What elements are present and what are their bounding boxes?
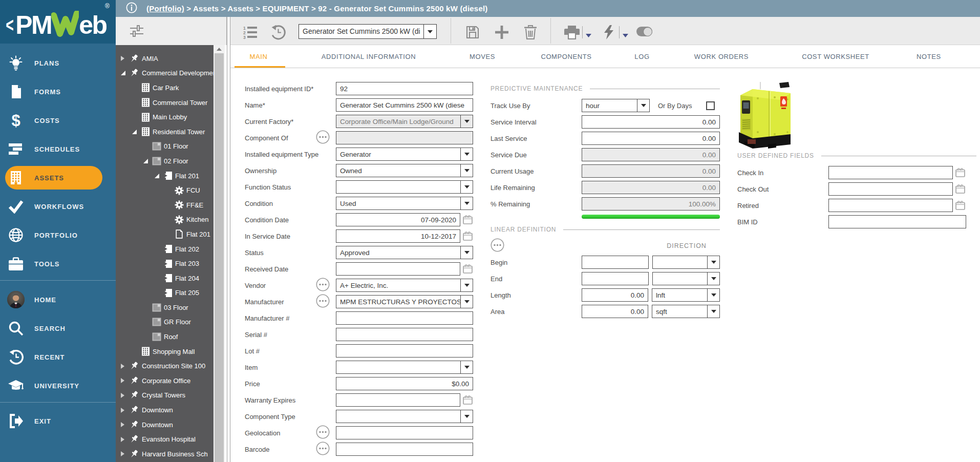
tree-caret-expanded-icon[interactable] [155,173,160,178]
sidebar-item-assets[interactable]: ASSETS [0,163,116,192]
breadcrumb-portfolio-link[interactable]: (Portfolio) [146,4,184,13]
tree-node-01-floor[interactable]: 01 Floor [116,139,214,154]
tab-moves[interactable]: MOVES [470,45,495,68]
tree-scrollbar[interactable] [214,45,225,462]
received-date-input[interactable] [336,262,460,276]
sidebar-item-costs[interactable]: $COSTS [0,106,116,135]
track-use-by-select[interactable]: hour [582,99,650,112]
print-menu-caret-icon[interactable] [586,30,591,39]
installed-equipment-type-select[interactable]: Generator [336,148,473,161]
component-of-input[interactable] [336,131,473,144]
tree-node-downtown[interactable]: Downtown [116,403,214,417]
ellipsis-lookup-icon[interactable] [491,238,504,254]
dropdown-arrow-icon[interactable] [460,181,473,193]
dropdown-arrow-icon[interactable] [460,361,473,373]
tree-node-gr-floor[interactable]: GR Floor [116,315,214,330]
area-unit-select[interactable]: sqft [652,305,720,318]
price-input[interactable]: $0.00 [336,377,473,390]
status-select[interactable]: Approved [336,246,473,259]
tree-node-crystal-towers[interactable]: Crystal Towers [116,388,214,403]
lot--input[interactable] [336,344,473,358]
length-value-input[interactable]: 0.00 [582,288,648,302]
tree-node-02-floor[interactable]: 02 Floor [116,154,214,169]
sidebar-item-schedules[interactable]: SCHEDULES [0,135,116,163]
sidebar-item-forms[interactable]: FORMS [0,77,116,106]
life-remaining-input[interactable]: 0.00 [582,181,720,194]
tab-additional-information[interactable]: ADDITIONAL INFORMATION [322,45,416,68]
lightning-menu-caret-icon[interactable] [623,30,628,39]
history-icon[interactable] [270,24,286,40]
info-icon[interactable] [126,2,137,15]
item-select[interactable] [336,361,473,374]
function-status-select[interactable] [336,180,473,194]
begin-direction-select[interactable] [652,256,720,269]
tab-components[interactable]: COMPONENTS [541,45,591,68]
tree-node-flat-205[interactable]: Flat 205 [116,286,214,301]
service-interval-input[interactable]: 0.00 [582,115,720,129]
tree-node-amia[interactable]: AMIA [116,51,214,66]
check-in-input[interactable] [828,166,953,179]
manufacturer-select[interactable]: MPM ESTRUCTURAS Y PROYECTOS [336,295,473,308]
sidebar-item-recent[interactable]: RECENT [0,343,116,371]
save-icon[interactable] [464,24,481,40]
dropdown-arrow-icon[interactable] [460,410,473,423]
tree-node-flat-202[interactable]: Flat 202 [116,242,214,257]
ownership-select[interactable]: Owned [336,164,473,177]
scrollbar-thumb[interactable] [215,53,224,462]
tree-caret-collapsed-icon[interactable] [121,437,126,442]
installed-equipment-id--input[interactable]: 92 [336,82,473,95]
print-icon[interactable] [564,24,580,40]
tree-caret-expanded-icon[interactable] [132,129,137,134]
warranty-expires-input[interactable] [336,393,460,407]
tree-node-commercial-tower[interactable]: Commercial Tower [116,95,214,110]
tree-caret-collapsed-icon[interactable] [121,393,126,398]
dropdown-arrow-icon[interactable] [460,279,473,291]
calendar-icon[interactable] [463,264,473,274]
sidebar-item-plans[interactable]: PLANS [0,49,116,77]
calendar-icon[interactable] [955,184,965,194]
begin-input[interactable] [582,256,649,269]
tree-caret-expanded-icon[interactable] [143,158,148,163]
dropdown-arrow-icon[interactable] [637,99,649,112]
ellipsis-lookup-icon[interactable] [316,278,330,293]
condition-select[interactable]: Used [336,197,473,210]
check-out-input[interactable] [828,182,953,196]
current-factory--select[interactable]: Corporate Office/Main Lodge/Ground [336,115,473,128]
tree-node-evanston-hospital[interactable]: Evanston Hospital [116,432,214,447]
tree-node-corporate-office[interactable]: Corporate Office [116,373,214,388]
record-selector[interactable]: Generator Set Cummins 2500 kW (di [299,24,437,39]
delete-icon[interactable] [522,24,539,40]
tree-node-flat-204[interactable]: Flat 204 [116,271,214,286]
tab-notes[interactable]: NOTES [917,45,941,68]
tab-main[interactable]: MAIN [250,45,268,68]
tree-caret-collapsed-icon[interactable] [121,378,126,383]
dropdown-arrow-icon[interactable] [460,164,473,177]
equipment-photo[interactable] [737,81,795,149]
dropdown-arrow-icon[interactable] [707,289,719,301]
tab-work-orders[interactable]: WORK ORDERS [694,45,749,68]
toggle-switch[interactable] [636,27,652,36]
calendar-icon[interactable] [955,201,965,210]
last-service-input[interactable]: 0.00 [582,132,720,145]
manufacturer--input[interactable] [336,311,473,325]
sidebar-item-home[interactable]: HOME [0,285,116,314]
dropdown-arrow-icon[interactable] [460,296,473,308]
length-unit-select[interactable]: lnft [652,288,720,302]
ellipsis-lookup-icon[interactable] [316,130,330,145]
tree-node-03-floor[interactable]: 03 Floor [116,300,214,315]
sidebar-item-tools[interactable]: TOOLS [0,249,116,278]
panel-splitter[interactable] [227,17,230,462]
tree-node-residential-tower[interactable]: Residential Tower [116,124,214,139]
dropdown-arrow-icon[interactable] [707,272,719,285]
tree-caret-collapsed-icon[interactable] [121,408,126,413]
tree-caret-collapsed-icon[interactable] [121,451,126,456]
tab-log[interactable]: LOG [634,45,649,68]
calendar-icon[interactable] [463,215,473,224]
tree-node-main-lobby[interactable]: Main Lobby [116,110,214,124]
tree-node-flat-201[interactable]: Flat 201 [116,169,214,183]
vendor-select[interactable]: A+ Electric, Inc. [336,279,473,292]
in-service-date-input[interactable]: 10-12-2017 [336,229,460,243]
sidebar-item-workflows[interactable]: WORKFLOWS [0,192,116,221]
lightning-icon[interactable] [601,24,617,40]
tree-node-harvard-business-sch[interactable]: Harvard Business Sch [116,447,214,461]
